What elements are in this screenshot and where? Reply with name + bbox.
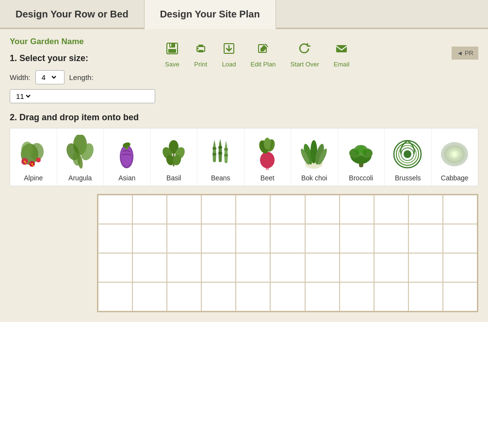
grid-cell-3-5[interactable] bbox=[270, 282, 305, 311]
grid-cell-1-3[interactable] bbox=[201, 224, 236, 253]
svg-point-7 bbox=[197, 48, 198, 49]
plant-basil-name: Basil bbox=[166, 174, 181, 182]
svg-rect-1 bbox=[169, 43, 175, 48]
grid-cell-3-4[interactable] bbox=[236, 282, 270, 311]
length-label: Length: bbox=[69, 73, 94, 81]
grid-cell-2-3[interactable] bbox=[201, 253, 236, 282]
plant-alpine[interactable]: Alpine bbox=[10, 128, 57, 186]
pr-button[interactable]: ◄ PR bbox=[452, 47, 478, 60]
svg-point-16 bbox=[36, 158, 41, 162]
grid-cell-2-5[interactable] bbox=[270, 253, 305, 282]
svg-point-13 bbox=[21, 142, 33, 157]
grid-cell-2-6[interactable] bbox=[305, 253, 340, 282]
grid-cell-3-10[interactable] bbox=[443, 282, 477, 311]
grid-cell-2-7[interactable] bbox=[340, 253, 374, 282]
grid-cell-3-8[interactable] bbox=[374, 282, 408, 311]
plant-basil[interactable]: Basil bbox=[151, 128, 198, 186]
grid-cell-1-4[interactable] bbox=[236, 224, 270, 253]
svg-point-39 bbox=[218, 152, 222, 155]
plant-broccoli-name: Broccoli bbox=[349, 174, 373, 182]
svg-point-38 bbox=[218, 146, 222, 149]
grid-cell-0-9[interactable] bbox=[408, 195, 443, 224]
svg-point-40 bbox=[224, 148, 228, 151]
svg-point-41 bbox=[224, 154, 228, 157]
width-select[interactable]: 456810 bbox=[35, 70, 65, 84]
grid-cell-0-5[interactable] bbox=[270, 195, 305, 224]
plant-cabbage-image bbox=[435, 133, 474, 172]
grid-cell-0-8[interactable] bbox=[374, 195, 408, 224]
size-controls: Width: 456810 Length: bbox=[10, 70, 155, 84]
svg-point-37 bbox=[212, 153, 216, 156]
tab-site-plan[interactable]: Design Your Site Plan bbox=[145, 0, 276, 29]
grid-cell-2-4[interactable] bbox=[236, 253, 270, 282]
grid-cell-1-9[interactable] bbox=[408, 224, 443, 253]
length-dropdown[interactable]: 1110121520 bbox=[14, 92, 32, 101]
grid-cell-2-0[interactable] bbox=[98, 253, 132, 282]
plant-brussels[interactable]: Brussels bbox=[385, 128, 432, 186]
plant-beet-name: Beet bbox=[260, 174, 275, 182]
grid-cell-3-9[interactable] bbox=[408, 282, 443, 311]
grid-cell-2-9[interactable] bbox=[408, 253, 443, 282]
plant-asian[interactable]: Asian bbox=[104, 128, 151, 186]
grid-cell-2-8[interactable] bbox=[374, 253, 408, 282]
svg-point-36 bbox=[212, 147, 216, 150]
load-button[interactable]: Load bbox=[222, 42, 236, 68]
load-label: Load bbox=[222, 61, 236, 68]
plant-cabbage-name: Cabbage bbox=[441, 174, 469, 182]
grid-cell-3-2[interactable] bbox=[167, 282, 201, 311]
plant-arugula[interactable]: Arugula bbox=[57, 128, 104, 186]
plant-broccoli-image bbox=[342, 133, 380, 172]
plant-brussels-name: Brussels bbox=[395, 174, 421, 182]
plant-cabbage[interactable]: Cabbage bbox=[432, 128, 478, 186]
grid-cell-0-7[interactable] bbox=[340, 195, 374, 224]
grid-cell-0-6[interactable] bbox=[305, 195, 340, 224]
plant-beans[interactable]: Beans bbox=[197, 128, 244, 186]
grid-cell-3-6[interactable] bbox=[305, 282, 340, 311]
grid-cell-3-0[interactable] bbox=[98, 282, 132, 311]
grid-cell-1-2[interactable] bbox=[167, 224, 201, 253]
plant-basil-image bbox=[154, 133, 193, 172]
grid-cell-0-10[interactable] bbox=[443, 195, 477, 224]
grid-cell-0-2[interactable] bbox=[167, 195, 201, 224]
grid-cell-2-2[interactable] bbox=[167, 253, 201, 282]
email-icon bbox=[335, 42, 348, 59]
plant-beet[interactable]: Beet bbox=[244, 128, 292, 186]
grid-cell-3-3[interactable] bbox=[201, 282, 236, 311]
grid-cell-1-8[interactable] bbox=[374, 224, 408, 253]
plant-beet-image bbox=[248, 133, 287, 172]
grid-cell-1-6[interactable] bbox=[305, 224, 340, 253]
grid-cell-1-7[interactable] bbox=[340, 224, 374, 253]
length-select-container[interactable]: 1110121520 bbox=[10, 89, 155, 103]
width-dropdown[interactable]: 456810 bbox=[40, 73, 58, 82]
grid-cell-0-0[interactable] bbox=[98, 195, 132, 224]
edit-plan-button[interactable]: Edit Plan bbox=[251, 42, 276, 68]
grid-cell-0-1[interactable] bbox=[132, 195, 167, 224]
grid-cell-3-1[interactable] bbox=[132, 282, 167, 311]
email-button[interactable]: Email bbox=[334, 42, 350, 68]
grid-cell-1-5[interactable] bbox=[270, 224, 305, 253]
svg-rect-6 bbox=[198, 50, 203, 52]
grid-cell-2-10[interactable] bbox=[443, 253, 477, 282]
plant-bok-choi[interactable]: Bok choi bbox=[291, 128, 338, 186]
print-button[interactable]: Print bbox=[194, 42, 208, 68]
start-over-icon bbox=[298, 42, 311, 59]
grid-cell-1-10[interactable] bbox=[443, 224, 477, 253]
plant-beans-name: Beans bbox=[211, 174, 230, 182]
start-over-button[interactable]: Start Over bbox=[291, 42, 319, 68]
plant-broccoli[interactable]: Broccoli bbox=[338, 128, 385, 186]
plant-strip: Alpine Arugula bbox=[10, 128, 478, 186]
grid-cell-1-0[interactable] bbox=[98, 224, 132, 253]
tab-bar: Design Your Row or Bed Design Your Site … bbox=[0, 0, 488, 29]
grid-cell-0-3[interactable] bbox=[201, 195, 236, 224]
grid-cell-1-1[interactable] bbox=[132, 224, 167, 253]
plant-asian-image bbox=[108, 133, 146, 172]
garden-name: Your Garden Name bbox=[10, 37, 155, 47]
tab-row-bed[interactable]: Design Your Row or Bed bbox=[0, 0, 145, 28]
grid-cell-3-7[interactable] bbox=[340, 282, 374, 311]
svg-rect-10 bbox=[336, 45, 347, 52]
svg-rect-2 bbox=[168, 49, 176, 53]
grid-cell-2-1[interactable] bbox=[132, 253, 167, 282]
save-button[interactable]: Save bbox=[165, 42, 179, 68]
plant-arugula-image bbox=[61, 133, 99, 172]
grid-cell-0-4[interactable] bbox=[236, 195, 270, 224]
